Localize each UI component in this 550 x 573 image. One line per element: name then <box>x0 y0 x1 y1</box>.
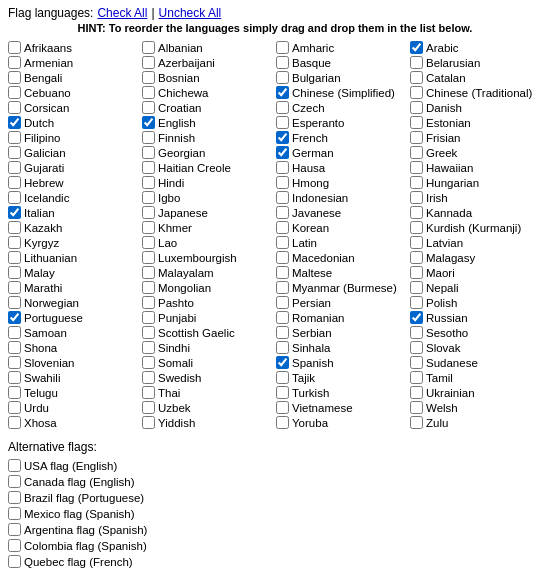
lang-label-italian[interactable]: Italian <box>24 207 55 219</box>
lang-label-kurdish[interactable]: Kurdish (Kurmanji) <box>426 222 521 234</box>
lang-checkbox-punjabi[interactable] <box>142 311 155 324</box>
lang-label-pashto[interactable]: Pashto <box>158 297 194 309</box>
lang-checkbox-lithuanian[interactable] <box>8 251 21 264</box>
lang-checkbox-italian[interactable] <box>8 206 21 219</box>
uncheck-all-link[interactable]: Uncheck All <box>159 6 222 20</box>
lang-label-swahili[interactable]: Swahili <box>24 372 60 384</box>
check-all-link[interactable]: Check All <box>97 6 147 20</box>
alt-flag-label-brazil[interactable]: Brazil flag (Portuguese) <box>24 492 144 504</box>
lang-checkbox-polish[interactable] <box>410 296 423 309</box>
lang-checkbox-macedonian[interactable] <box>276 251 289 264</box>
lang-label-portuguese[interactable]: Portuguese <box>24 312 83 324</box>
lang-label-frisian[interactable]: Frisian <box>426 132 461 144</box>
lang-label-hebrew[interactable]: Hebrew <box>24 177 64 189</box>
lang-checkbox-azerbaijani[interactable] <box>142 56 155 69</box>
lang-label-corsican[interactable]: Corsican <box>24 102 69 114</box>
alt-flag-label-argentina[interactable]: Argentina flag (Spanish) <box>24 524 147 536</box>
lang-label-icelandic[interactable]: Icelandic <box>24 192 69 204</box>
lang-checkbox-indonesian[interactable] <box>276 191 289 204</box>
lang-checkbox-chinese_simplified[interactable] <box>276 86 289 99</box>
lang-checkbox-haitian_creole[interactable] <box>142 161 155 174</box>
lang-label-zulu[interactable]: Zulu <box>426 417 448 429</box>
lang-checkbox-slovak[interactable] <box>410 341 423 354</box>
lang-label-kyrgyz[interactable]: Kyrgyz <box>24 237 59 249</box>
lang-label-finnish[interactable]: Finnish <box>158 132 195 144</box>
lang-checkbox-romanian[interactable] <box>276 311 289 324</box>
lang-label-filipino[interactable]: Filipino <box>24 132 60 144</box>
lang-label-marathi[interactable]: Marathi <box>24 282 62 294</box>
lang-checkbox-shona[interactable] <box>8 341 21 354</box>
lang-checkbox-filipino[interactable] <box>8 131 21 144</box>
lang-checkbox-yoruba[interactable] <box>276 416 289 429</box>
lang-label-khmer[interactable]: Khmer <box>158 222 192 234</box>
lang-checkbox-kurdish[interactable] <box>410 221 423 234</box>
lang-label-scottish_gaelic[interactable]: Scottish Gaelic <box>158 327 235 339</box>
alt-flag-label-colombia[interactable]: Colombia flag (Spanish) <box>24 540 147 552</box>
lang-label-norwegian[interactable]: Norwegian <box>24 297 79 309</box>
lang-label-sudanese[interactable]: Sudanese <box>426 357 478 369</box>
lang-label-belarusian[interactable]: Belarusian <box>426 57 480 69</box>
lang-label-maori[interactable]: Maori <box>426 267 455 279</box>
lang-checkbox-mongolian[interactable] <box>142 281 155 294</box>
lang-checkbox-hungarian[interactable] <box>410 176 423 189</box>
lang-label-somali[interactable]: Somali <box>158 357 193 369</box>
lang-label-vietnamese[interactable]: Vietnamese <box>292 402 353 414</box>
lang-checkbox-vietnamese[interactable] <box>276 401 289 414</box>
lang-checkbox-hebrew[interactable] <box>8 176 21 189</box>
alt-flag-label-usa[interactable]: USA flag (English) <box>24 460 117 472</box>
lang-checkbox-persian[interactable] <box>276 296 289 309</box>
lang-checkbox-corsican[interactable] <box>8 101 21 114</box>
lang-checkbox-swahili[interactable] <box>8 371 21 384</box>
lang-label-azerbaijani[interactable]: Azerbaijani <box>158 57 215 69</box>
lang-checkbox-maori[interactable] <box>410 266 423 279</box>
lang-label-hmong[interactable]: Hmong <box>292 177 329 189</box>
lang-label-malagasy[interactable]: Malagasy <box>426 252 475 264</box>
lang-label-indonesian[interactable]: Indonesian <box>292 192 348 204</box>
lang-checkbox-japanese[interactable] <box>142 206 155 219</box>
lang-checkbox-yiddish[interactable] <box>142 416 155 429</box>
lang-checkbox-sinhala[interactable] <box>276 341 289 354</box>
lang-checkbox-scottish_gaelic[interactable] <box>142 326 155 339</box>
lang-checkbox-sindhi[interactable] <box>142 341 155 354</box>
lang-checkbox-icelandic[interactable] <box>8 191 21 204</box>
lang-checkbox-korean[interactable] <box>276 221 289 234</box>
lang-checkbox-norwegian[interactable] <box>8 296 21 309</box>
lang-label-polish[interactable]: Polish <box>426 297 457 309</box>
lang-checkbox-uzbek[interactable] <box>142 401 155 414</box>
lang-label-javanese[interactable]: Javanese <box>292 207 341 219</box>
lang-checkbox-portuguese[interactable] <box>8 311 21 324</box>
lang-checkbox-bengali[interactable] <box>8 71 21 84</box>
lang-label-malay[interactable]: Malay <box>24 267 55 279</box>
lang-checkbox-lao[interactable] <box>142 236 155 249</box>
lang-label-arabic[interactable]: Arabic <box>426 42 459 54</box>
lang-label-nepali[interactable]: Nepali <box>426 282 459 294</box>
lang-checkbox-maltese[interactable] <box>276 266 289 279</box>
alt-flag-checkbox-brazil[interactable] <box>8 491 21 504</box>
lang-label-slovenian[interactable]: Slovenian <box>24 357 75 369</box>
lang-checkbox-latin[interactable] <box>276 236 289 249</box>
alt-flag-label-quebec[interactable]: Quebec flag (French) <box>24 556 133 568</box>
lang-label-yoruba[interactable]: Yoruba <box>292 417 328 429</box>
lang-label-serbian[interactable]: Serbian <box>292 327 332 339</box>
lang-checkbox-greek[interactable] <box>410 146 423 159</box>
lang-checkbox-estonian[interactable] <box>410 116 423 129</box>
lang-checkbox-english[interactable] <box>142 116 155 129</box>
lang-label-basque[interactable]: Basque <box>292 57 331 69</box>
lang-checkbox-ukrainian[interactable] <box>410 386 423 399</box>
alt-flag-label-mexico[interactable]: Mexico flag (Spanish) <box>24 508 135 520</box>
lang-label-malayalam[interactable]: Malayalam <box>158 267 214 279</box>
lang-checkbox-arabic[interactable] <box>410 41 423 54</box>
lang-checkbox-armenian[interactable] <box>8 56 21 69</box>
lang-checkbox-chinese_traditional[interactable] <box>410 86 423 99</box>
lang-label-irish[interactable]: Irish <box>426 192 448 204</box>
lang-checkbox-xhosa[interactable] <box>8 416 21 429</box>
lang-checkbox-hindi[interactable] <box>142 176 155 189</box>
lang-label-russian[interactable]: Russian <box>426 312 468 324</box>
lang-label-greek[interactable]: Greek <box>426 147 457 159</box>
lang-label-punjabi[interactable]: Punjabi <box>158 312 196 324</box>
lang-checkbox-spanish[interactable] <box>276 356 289 369</box>
alt-flag-checkbox-argentina[interactable] <box>8 523 21 536</box>
lang-checkbox-malayalam[interactable] <box>142 266 155 279</box>
lang-checkbox-cebuano[interactable] <box>8 86 21 99</box>
lang-label-slovak[interactable]: Slovak <box>426 342 461 354</box>
